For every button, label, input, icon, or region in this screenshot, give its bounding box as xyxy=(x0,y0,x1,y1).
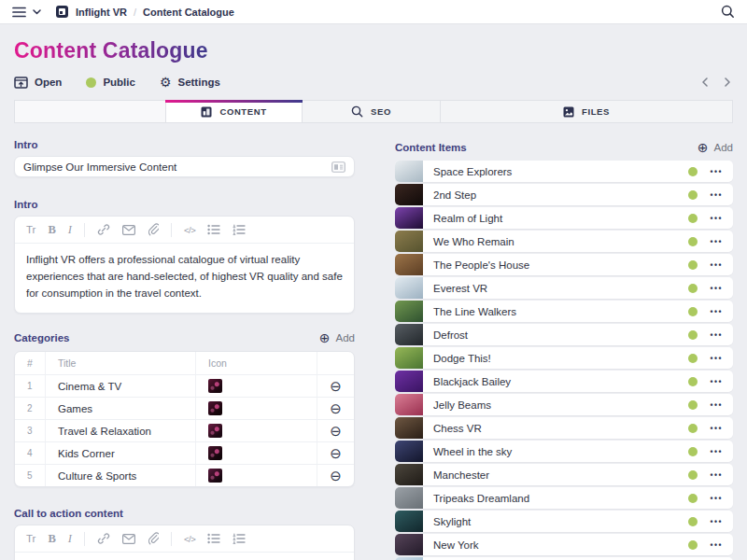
content-item-title: 2nd Step xyxy=(423,189,688,201)
content-item-row[interactable]: Tripeaks Dreamland ••• xyxy=(395,487,733,509)
cta-editor-body[interactable]: ### Do you create awesome VR content? # … xyxy=(15,553,354,560)
public-status: Public xyxy=(86,77,135,88)
item-menu-button[interactable]: ••• xyxy=(711,517,733,526)
content-item-row[interactable]: The People's House ••• xyxy=(395,254,733,275)
numbered-list-icon[interactable] xyxy=(233,224,246,235)
intro-editor-body[interactable]: Inflight VR offers a professional catalo… xyxy=(15,244,354,313)
content-item-row[interactable]: Jelly Beams ••• xyxy=(395,394,733,415)
mail-icon[interactable] xyxy=(122,225,135,235)
content-item-thumbnail xyxy=(395,487,423,509)
item-menu-button[interactable]: ••• xyxy=(711,237,733,246)
bullet-list-icon[interactable] xyxy=(207,533,220,544)
content-item-title: We Who Remain xyxy=(423,236,688,247)
numbered-list-icon[interactable] xyxy=(233,533,246,544)
content-item-row[interactable]: Wheel in the sky ••• xyxy=(395,441,733,462)
attachment-icon[interactable] xyxy=(148,532,159,545)
link-icon[interactable] xyxy=(97,532,110,545)
content-tab-icon xyxy=(201,106,212,118)
item-menu-button[interactable]: ••• xyxy=(711,540,733,550)
bullet-list-icon[interactable] xyxy=(207,224,220,235)
item-menu-button[interactable]: ••• xyxy=(711,377,733,386)
breadcrumb-app[interactable]: Inflight VR xyxy=(76,7,127,18)
category-icon-thumbnail xyxy=(208,446,222,460)
search-icon[interactable] xyxy=(721,5,735,19)
item-menu-button[interactable]: ••• xyxy=(711,424,733,433)
attachment-icon[interactable] xyxy=(148,223,159,236)
content-item-thumbnail xyxy=(395,207,423,229)
italic-button[interactable]: I xyxy=(68,223,72,237)
status-dot xyxy=(688,470,698,480)
gear-icon: ⚙ xyxy=(160,76,172,89)
item-menu-button[interactable]: ••• xyxy=(711,447,733,456)
item-menu-button[interactable]: ••• xyxy=(711,307,733,316)
remove-category-button[interactable]: ⊖ xyxy=(330,424,342,438)
link-icon[interactable] xyxy=(97,223,110,236)
text-style-button[interactable]: Tr xyxy=(26,224,35,235)
content-item-title: New York xyxy=(423,539,688,551)
content-item-row[interactable]: 2nd Step ••• xyxy=(395,184,733,205)
content-item-row[interactable]: Realm of Light ••• xyxy=(395,207,733,229)
add-circle-icon: ⊕ xyxy=(698,141,709,154)
intro-editor: Tr B I </> Inflight VR offers a professi… xyxy=(14,216,355,314)
item-menu-button[interactable]: ••• xyxy=(711,214,733,223)
remove-category-button[interactable]: ⊖ xyxy=(330,469,342,483)
menu-icon[interactable] xyxy=(12,7,26,18)
content-item-title: Skylight xyxy=(423,516,688,527)
next-page-button[interactable] xyxy=(724,77,731,87)
content-item-thumbnail xyxy=(395,371,423,392)
tab-seo[interactable]: SEO xyxy=(303,101,441,122)
content-item-row[interactable]: Blackjack Bailey ••• xyxy=(395,371,733,392)
item-menu-button[interactable]: ••• xyxy=(711,330,733,340)
mail-icon[interactable] xyxy=(122,534,135,544)
category-row: 1 Cinema & TV ⊖ xyxy=(15,374,354,397)
content-item-row[interactable]: Dodge This! ••• xyxy=(395,347,733,369)
remove-category-button[interactable]: ⊖ xyxy=(330,446,342,460)
add-category-label: Add xyxy=(336,332,355,343)
public-label: Public xyxy=(103,77,135,88)
item-menu-button[interactable]: ••• xyxy=(711,190,733,200)
item-menu-button[interactable]: ••• xyxy=(711,167,733,176)
code-button[interactable]: </> xyxy=(184,534,195,544)
remove-category-button[interactable]: ⊖ xyxy=(330,401,342,415)
bold-button[interactable]: B xyxy=(48,532,55,546)
chevron-down-icon[interactable] xyxy=(33,9,41,15)
item-menu-button[interactable]: ••• xyxy=(711,284,733,293)
category-action-cell: ⊖ xyxy=(317,375,354,397)
content-item-row[interactable]: Manchester ••• xyxy=(395,464,733,485)
item-menu-button[interactable]: ••• xyxy=(711,260,733,270)
intro-input[interactable] xyxy=(23,161,324,173)
content-item-row[interactable]: Skylight ••• xyxy=(395,511,733,532)
add-category-button[interactable]: ⊕ Add xyxy=(319,331,355,344)
content-item-row[interactable]: Defrost ••• xyxy=(395,324,733,345)
breadcrumb: Inflight VR / Content Catalogue xyxy=(76,7,234,18)
settings-button[interactable]: ⚙ Settings xyxy=(160,76,220,89)
toolbar-divider xyxy=(84,223,85,237)
content-item-row[interactable]: Chess VR ••• xyxy=(395,417,733,439)
category-action-cell: ⊖ xyxy=(317,420,354,441)
tab-files[interactable]: FILES xyxy=(441,101,732,122)
category-number: 5 xyxy=(15,465,46,486)
status-dot xyxy=(688,307,698,316)
item-menu-button[interactable]: ••• xyxy=(711,400,733,410)
content-item-row[interactable]: New York ••• xyxy=(395,534,733,555)
text-style-button[interactable]: Tr xyxy=(26,533,35,544)
content-item-row[interactable]: We Who Remain ••• xyxy=(395,231,733,252)
item-menu-button[interactable]: ••• xyxy=(711,494,733,503)
content-item-row[interactable]: The Line Walkers ••• xyxy=(395,301,733,322)
remove-category-button[interactable]: ⊖ xyxy=(330,379,342,393)
item-menu-button[interactable]: ••• xyxy=(711,354,733,363)
content-item-row[interactable]: Space Explorers ••• xyxy=(395,161,733,182)
code-button[interactable]: </> xyxy=(184,225,195,235)
italic-button[interactable]: I xyxy=(68,532,72,546)
content-item-row[interactable]: Everest VR ••• xyxy=(395,277,733,299)
content-item-title: Dodge This! xyxy=(423,353,688,364)
breadcrumb-page: Content Catalogue xyxy=(143,7,234,18)
add-content-item-button[interactable]: ⊕ Add xyxy=(698,141,733,154)
bold-button[interactable]: B xyxy=(48,223,55,237)
prev-page-button[interactable] xyxy=(701,77,709,87)
open-button[interactable]: Open xyxy=(14,77,62,89)
category-icon-cell xyxy=(195,398,317,419)
item-menu-button[interactable]: ••• xyxy=(711,470,733,480)
tab-content[interactable]: CONTENT xyxy=(166,101,303,122)
content-item-thumbnail xyxy=(395,277,423,299)
